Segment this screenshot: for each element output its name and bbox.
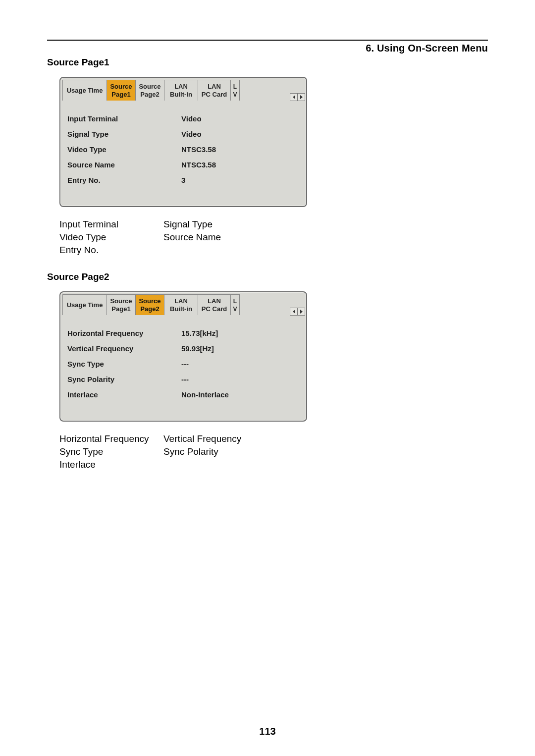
info-value: 59.93[Hz]: [181, 344, 214, 353]
info-label: Vertical Frequency: [67, 344, 181, 353]
section-heading-source-page2: Source Page2: [47, 271, 488, 282]
info-label: Sync Type: [67, 360, 181, 368]
tab-overflow[interactable]: L V: [231, 80, 240, 101]
chevron-right-icon: [300, 95, 303, 99]
tab-label-line2: V: [233, 305, 237, 313]
header-rule: [47, 40, 488, 41]
info-row: Video TypeNTSC3.58: [67, 145, 299, 154]
tab-scroll-right-button[interactable]: [298, 93, 305, 101]
chevron-right-icon: [300, 310, 303, 314]
term: Source Name: [163, 231, 268, 244]
tab-label-line2: Page2: [140, 91, 159, 99]
tab-label-line1: Source: [110, 297, 132, 305]
info-value: ---: [181, 360, 189, 368]
tab-label-line2: V: [233, 91, 237, 99]
info-row: Source NameNTSC3.58: [67, 161, 299, 169]
tab-label-line2: PC Card: [202, 305, 227, 313]
tab-scroll-left-button[interactable]: [290, 308, 298, 316]
tab-usage-time[interactable]: Usage Time: [62, 294, 107, 315]
info-row: Entry No.3: [67, 176, 299, 184]
page-number: 113: [0, 726, 535, 737]
term: Input Terminal: [59, 218, 163, 231]
tab-overflow[interactable]: L V: [231, 294, 240, 315]
tab-label-line2: Page2: [140, 305, 159, 313]
tab-lan-pccard[interactable]: LAN PC Card: [198, 80, 231, 101]
info-value: Video: [181, 114, 202, 123]
term: [163, 244, 268, 257]
info-label: Source Name: [67, 161, 181, 169]
osd-tabbar: Usage Time Source Page1 Source Page2 LAN…: [62, 80, 304, 101]
tab-label-line2: Page1: [111, 91, 130, 99]
document-page: 6. Using On-Screen Menu Source Page1 Usa…: [0, 0, 535, 756]
info-row: InterlaceNon-Interlace: [67, 390, 299, 399]
info-label: Entry No.: [67, 176, 181, 184]
term: [163, 458, 268, 471]
info-value: 3: [181, 176, 185, 184]
tab-scroll-left-button[interactable]: [290, 93, 298, 101]
tab-source-page1[interactable]: Source Page1: [107, 80, 136, 101]
tab-label-line1: LAN: [174, 83, 188, 91]
section-heading-source-page1: Source Page1: [47, 57, 488, 68]
tab-scroll-arrows: [290, 93, 305, 101]
info-row: Input TerminalVideo: [67, 114, 299, 123]
info-value: NTSC3.58: [181, 161, 216, 169]
tab-label-line2: PC Card: [202, 91, 227, 99]
info-label: Input Terminal: [67, 114, 181, 123]
info-label: Sync Polarity: [67, 375, 181, 383]
info-value: Non-Interlace: [181, 390, 229, 399]
tab-label-line1: LAN: [208, 297, 221, 305]
info-value: ---: [181, 375, 189, 383]
tab-usage-time[interactable]: Usage Time: [62, 80, 107, 101]
tab-label-line1: L: [233, 297, 237, 305]
tab-source-page2[interactable]: Source Page2: [136, 294, 164, 315]
info-label: Signal Type: [67, 130, 181, 138]
tab-label-line1: LAN: [174, 297, 188, 305]
tab-label-line1: Source: [139, 83, 160, 91]
osd-body: Horizontal Frequency15.73[kHz] Vertical …: [62, 320, 304, 409]
tab-label-line1: L: [233, 83, 237, 91]
tab-label-line1: LAN: [208, 83, 221, 91]
term: Sync Type: [59, 445, 163, 458]
tab-label: Usage Time: [67, 301, 103, 309]
tab-scroll-arrows: [290, 308, 305, 316]
info-value: 15.73[kHz]: [181, 329, 218, 337]
term: Horizontal Frequency: [59, 432, 163, 445]
tab-source-page2[interactable]: Source Page2: [136, 80, 164, 101]
chapter-title: 6. Using On-Screen Menu: [47, 43, 488, 54]
info-row: Sync Type---: [67, 360, 299, 368]
tab-label: Usage Time: [67, 87, 103, 95]
tab-lan-builtin[interactable]: LAN Built-in: [164, 294, 198, 315]
info-value: NTSC3.58: [181, 145, 216, 154]
info-row: Vertical Frequency59.93[Hz]: [67, 344, 299, 353]
chevron-left-icon: [293, 95, 295, 99]
info-label: Interlace: [67, 390, 181, 399]
term: Video Type: [59, 231, 163, 244]
term: Signal Type: [163, 218, 268, 231]
info-row: Horizontal Frequency15.73[kHz]: [67, 329, 299, 337]
tab-label-line2: Page1: [111, 305, 130, 313]
term: Sync Polarity: [163, 445, 268, 458]
tab-lan-pccard[interactable]: LAN PC Card: [198, 294, 231, 315]
osd-panel-source-page1: Usage Time Source Page1 Source Page2 LAN…: [59, 77, 307, 207]
tab-label-line2: Built-in: [170, 305, 192, 313]
osd-body: Input TerminalVideo Signal TypeVideo Vid…: [62, 106, 304, 194]
osd-panel-source-page2: Usage Time Source Page1 Source Page2 LAN…: [59, 291, 307, 422]
tab-label-line2: Built-in: [170, 91, 192, 99]
info-row: Signal TypeVideo: [67, 130, 299, 138]
tab-scroll-right-button[interactable]: [298, 308, 305, 316]
info-row: Sync Polarity---: [67, 375, 299, 383]
term: Interlace: [59, 458, 163, 471]
info-label: Horizontal Frequency: [67, 329, 181, 337]
info-label: Video Type: [67, 145, 181, 154]
terms-list-2: Horizontal FrequencyVertical Frequency S…: [59, 432, 488, 471]
term: Vertical Frequency: [163, 432, 268, 445]
tab-label-line1: Source: [110, 83, 132, 91]
chevron-left-icon: [293, 310, 295, 314]
tab-source-page1[interactable]: Source Page1: [107, 294, 136, 315]
terms-list-1: Input TerminalSignal Type Video TypeSour…: [59, 218, 488, 257]
osd-tabbar: Usage Time Source Page1 Source Page2 LAN…: [62, 294, 304, 315]
tab-lan-builtin[interactable]: LAN Built-in: [164, 80, 198, 101]
info-value: Video: [181, 130, 202, 138]
term: Entry No.: [59, 244, 163, 257]
tab-label-line1: Source: [139, 297, 160, 305]
